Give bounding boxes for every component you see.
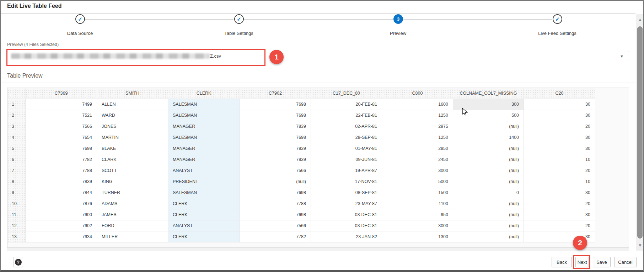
table-row: 67782CLARKMANAGER783909-JUN-812450(null)… — [7, 154, 595, 165]
table-cell: CLERK — [168, 209, 240, 220]
table-cell: (null) — [453, 121, 524, 132]
table-cell: 19-APR-87 — [311, 165, 382, 176]
column-header-colname_col7_missing[interactable]: COLNAME_COL7_MISSING — [453, 88, 524, 99]
column-header-c17_dec_80[interactable]: C17_DEC_80 — [311, 88, 382, 99]
table-cell: 03-DEC-81 — [311, 209, 382, 220]
step-number-badge[interactable]: 3 — [393, 14, 403, 24]
table-cell: 7654 — [26, 132, 97, 143]
row-number-cell: 10 — [7, 198, 26, 209]
table-cell: 17-NOV-81 — [311, 176, 382, 187]
cancel-button[interactable]: Cancel — [614, 257, 637, 267]
back-button[interactable]: Back — [552, 257, 572, 267]
step-check-icon[interactable]: ✓ — [75, 14, 85, 24]
table-row: 47654MARTINSALESMAN769828-SEP-8112501400… — [7, 132, 595, 143]
table-cell: (null) — [453, 220, 524, 231]
table-cell: 950 — [382, 209, 453, 220]
table-cell: 20 — [524, 220, 595, 231]
table-cell: 7566 — [26, 121, 97, 132]
mouse-cursor-icon — [462, 108, 470, 116]
step-label-table-settings: Table Settings — [203, 31, 274, 36]
annotation-badge-2: 2 — [573, 236, 587, 250]
column-header-c20[interactable]: C20 — [524, 88, 595, 99]
column-header-clerk[interactable]: CLERK — [168, 88, 240, 99]
table-cell: (null) — [240, 176, 311, 187]
scroll-down-icon[interactable]: ▼ — [636, 243, 644, 248]
table-cell: 30 — [524, 110, 595, 121]
table-cell: SALESMAN — [168, 132, 240, 143]
table-cell: 7698 — [240, 187, 311, 198]
column-header-c800[interactable]: C800 — [382, 88, 453, 99]
help-icon: ? — [15, 259, 22, 266]
scrollbar-thumb[interactable] — [637, 26, 643, 239]
table-row: 97844TURNERSALESMAN769808-SEP-811500030 — [7, 187, 595, 198]
table-cell: MANAGER — [168, 154, 240, 165]
table-cell: FORD — [97, 220, 168, 231]
table-cell: SALESMAN — [168, 187, 240, 198]
section-divider — [1, 83, 635, 83]
table-cell: 7934 — [26, 231, 97, 242]
row-number-header[interactable] — [7, 88, 26, 99]
step-check-icon[interactable]: ✓ — [553, 14, 562, 24]
row-number-cell: 13 — [7, 231, 26, 242]
step-check-icon[interactable]: ✓ — [234, 14, 244, 24]
table-cell: 28-SEP-81 — [311, 132, 382, 143]
column-header-c7902[interactable]: C7902 — [240, 88, 311, 99]
row-number-cell: 3 — [7, 121, 26, 132]
table-cell: 5000 — [382, 176, 453, 187]
annotation-badge-1: 1 — [269, 50, 284, 64]
table-cell: 7782 — [240, 231, 311, 242]
table-row: 87839KINGPRESIDENT(null)17-NOV-815000(nu… — [7, 176, 595, 187]
table-cell: 7844 — [26, 187, 97, 198]
table-cell: 30 — [524, 132, 595, 143]
table-cell: ADAMS — [97, 198, 168, 209]
table-row: 127902FORDANALYST756603-DEC-813000(null)… — [7, 220, 595, 231]
table-cell: 22-FEB-81 — [311, 110, 382, 121]
table-cell: JONES — [97, 121, 168, 132]
table-cell: 1400 — [453, 132, 524, 143]
table-cell: 7698 — [240, 99, 311, 110]
table-cell: WARD — [97, 110, 168, 121]
table-cell: (null) — [453, 176, 524, 187]
row-number-cell: 6 — [7, 154, 26, 165]
help-button[interactable]: ? — [13, 257, 23, 267]
row-number-cell: 7 — [7, 165, 26, 176]
table-cell: 7499 — [26, 99, 97, 110]
table-cell: 7566 — [240, 165, 311, 176]
table-cell: 7902 — [26, 220, 97, 231]
vertical-scrollbar[interactable]: ▲ ▼ — [636, 14, 644, 251]
scroll-up-icon[interactable]: ▲ — [636, 17, 644, 22]
table-preview-heading: Table Preview — [7, 73, 43, 79]
step-label-live-feed-settings: Live Feed Settings — [522, 31, 593, 36]
table-cell: KING — [97, 176, 168, 187]
step-label-preview: Preview — [363, 31, 434, 36]
table-cell: 7521 — [26, 110, 97, 121]
table-cell: MARTIN — [97, 132, 168, 143]
edit-live-table-feed-dialog: Edit Live Table Feed ✓Data Source✓Table … — [0, 0, 644, 272]
table-cell: 30 — [524, 99, 595, 110]
table-cell: ANALYST — [168, 165, 240, 176]
table-cell: 7839 — [26, 176, 97, 187]
table-row: 137934MILLERCLERK778223-JAN-821300(null)… — [7, 231, 595, 242]
table-cell: 3000 — [382, 165, 453, 176]
table-cell: 20 — [524, 165, 595, 176]
table-cell: 30 — [524, 209, 595, 220]
table-cell: SALESMAN — [168, 110, 240, 121]
annotation-box-2 — [573, 255, 590, 269]
stepper-connector — [244, 19, 393, 20]
stepper-connector — [85, 19, 234, 20]
table-cell: MANAGER — [168, 121, 240, 132]
row-number-cell: 4 — [7, 132, 26, 143]
table-cell: 08-SEP-81 — [311, 187, 382, 198]
horizontal-scrollbar[interactable] — [7, 248, 629, 251]
table-row: 107876ADAMSCLERK778823-MAY-871100(null)2… — [7, 198, 595, 209]
table-cell: CLERK — [168, 198, 240, 209]
table-cell: 7566 — [240, 220, 311, 231]
save-button[interactable]: Save — [593, 257, 611, 267]
table-cell: (null) — [453, 209, 524, 220]
row-number-cell: 1 — [7, 99, 26, 110]
column-header-smith[interactable]: SMITH — [97, 88, 168, 99]
table-cell: CLARK — [97, 154, 168, 165]
column-header-c7369[interactable]: C7369 — [26, 88, 97, 99]
table-cell: 1300 — [382, 231, 453, 242]
table-cell: 3000 — [382, 220, 453, 231]
